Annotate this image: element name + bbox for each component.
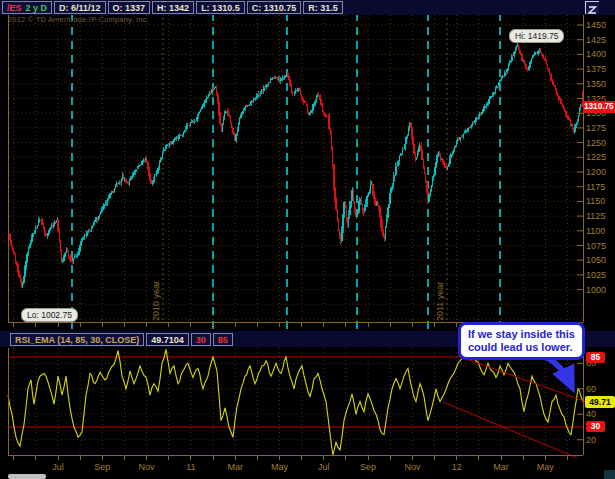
rsi-threshold-lines <box>8 357 583 427</box>
chart-style-icon[interactable] <box>585 1 599 14</box>
horizontal-scrollbar-thumb[interactable] <box>8 474 46 479</box>
svg-text:1050: 1050 <box>586 255 606 265</box>
timeframe-label: 2 y D <box>26 3 48 13</box>
symbol-header: /ES 2 y D D: 6/11/12O: 1337H: 1342L: 131… <box>0 0 615 15</box>
svg-text:40: 40 <box>586 409 596 419</box>
svg-text:2011 year: 2011 year <box>435 282 445 321</box>
rsi-upper-param: 85 <box>213 333 233 346</box>
symbol-box[interactable]: /ES 2 y D <box>2 1 52 14</box>
svg-text:Sep: Sep <box>360 462 376 472</box>
svg-text:1350: 1350 <box>586 79 606 89</box>
symbol-label: /ES <box>7 3 22 13</box>
svg-text:1250: 1250 <box>586 138 606 148</box>
rsi-line-series <box>8 349 583 455</box>
svg-text:1425: 1425 <box>586 35 606 45</box>
svg-text:60: 60 <box>586 384 596 394</box>
svg-text:1375: 1375 <box>586 64 606 74</box>
copyright-text: 2012 © TD Ameritrade IP Company, Inc. <box>8 15 149 24</box>
ohlc-field: R: 31.5 <box>303 1 343 14</box>
ohlc-field: D: 6/11/12 <box>54 1 106 14</box>
annotation-line1: If we stay inside this <box>468 328 575 341</box>
svg-text:Mar: Mar <box>493 462 509 472</box>
svg-text:1000: 1000 <box>586 285 606 295</box>
corner-resize-handle[interactable] <box>604 470 615 479</box>
svg-text:1175: 1175 <box>586 182 605 192</box>
last-price-badge: 1310.75 <box>583 101 615 113</box>
svg-text:11: 11 <box>186 462 195 472</box>
svg-text:1125: 1125 <box>586 211 605 221</box>
annotation-callout[interactable]: If we stay inside this could lead us low… <box>458 322 585 360</box>
chart-canvas[interactable]: 2010 year2011 year1475145014251400137513… <box>0 0 615 479</box>
ohlc-field: C: 1310.75 <box>247 1 302 14</box>
grid-lines <box>9 10 582 455</box>
high-price-label: Hi: 1419.75 <box>509 29 564 43</box>
svg-text:Jul: Jul <box>318 462 330 472</box>
candlestick-series <box>9 43 584 288</box>
year-markers: 2010 year2011 year <box>151 13 447 322</box>
annotation-arrow <box>546 357 569 381</box>
svg-text:Jul: Jul <box>52 462 64 472</box>
chart-window: 2010 year2011 year1475145014251400137513… <box>0 0 615 479</box>
ohlc-field: O: 1337 <box>108 1 151 14</box>
rsi-current-badge: 49.71 <box>585 396 615 408</box>
rsi-upper-badge: 85 <box>586 352 605 363</box>
svg-text:May: May <box>271 462 289 472</box>
rsi-lower-badge: 30 <box>586 421 605 432</box>
low-price-label: Lo: 1002.75 <box>21 308 78 322</box>
svg-text:Mar: Mar <box>227 462 243 472</box>
svg-text:Nov: Nov <box>404 462 421 472</box>
rsi-lower-param: 30 <box>191 333 211 346</box>
annotation-line2: could lead us lower. <box>468 341 575 354</box>
svg-text:1150: 1150 <box>586 196 605 206</box>
rsi-study-label[interactable]: RSI_EMA (14, 85, 30, CLOSE) <box>10 333 144 346</box>
ohlc-fields: D: 6/11/12O: 1337H: 1342L: 1310.5C: 1310… <box>54 1 343 15</box>
svg-text:1225: 1225 <box>586 152 606 162</box>
ohlc-field: L: 1310.5 <box>196 1 245 14</box>
svg-text:12: 12 <box>452 462 462 472</box>
svg-text:May: May <box>537 462 555 472</box>
svg-text:2010 year: 2010 year <box>151 281 161 321</box>
svg-text:1400: 1400 <box>586 49 606 59</box>
svg-text:1025: 1025 <box>586 270 606 280</box>
svg-text:1200: 1200 <box>586 167 606 177</box>
svg-text:Sep: Sep <box>94 462 110 472</box>
svg-text:1075: 1075 <box>586 241 606 251</box>
svg-text:1450: 1450 <box>586 20 606 30</box>
svg-text:20: 20 <box>586 435 596 445</box>
panel-borders <box>8 10 583 460</box>
rsi-value: 49.7104 <box>146 333 189 346</box>
svg-text:1100: 1100 <box>586 226 605 236</box>
ohlc-field: H: 1342 <box>152 1 194 14</box>
svg-text:Nov: Nov <box>139 462 156 472</box>
svg-text:1275: 1275 <box>586 123 606 133</box>
